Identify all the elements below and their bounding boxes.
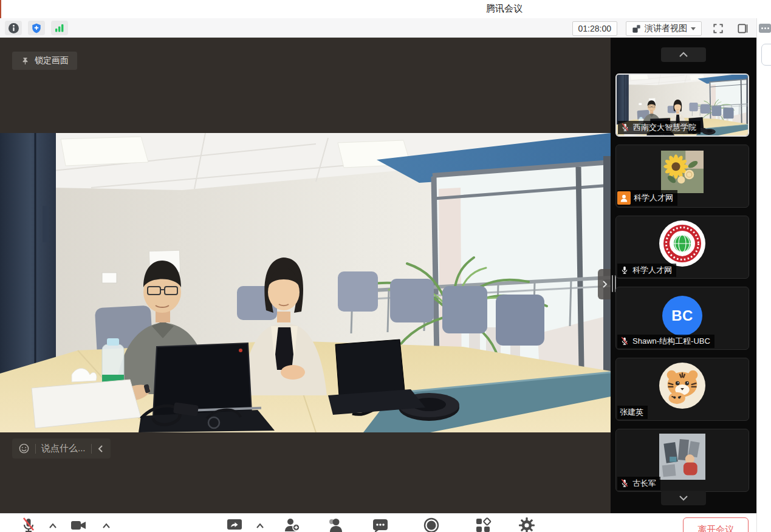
photo-avatar xyxy=(658,434,707,480)
speaker-video[interactable] xyxy=(0,133,611,432)
right-edge-panel xyxy=(756,18,771,532)
seal-logo-avatar xyxy=(658,219,707,268)
participant-name: Shawn-结构工程-UBC xyxy=(632,336,710,347)
fullscreen-button[interactable] xyxy=(710,21,726,36)
bottom-toolbar: 离开会议 xyxy=(0,513,756,532)
mic-muted-icon xyxy=(620,479,629,488)
participant-tile[interactable]: BC xyxy=(615,287,749,350)
participants-button-icon[interactable] xyxy=(326,517,343,532)
participant-label: 古长军 xyxy=(617,477,660,490)
participant-name: 科学人才网 xyxy=(634,193,673,203)
quick-chat-bar[interactable]: 说点什么... xyxy=(12,438,111,459)
sunflower-avatar xyxy=(657,151,708,193)
security-shield-icon xyxy=(31,22,42,34)
participant-label: 张建英 xyxy=(617,406,648,419)
initials-avatar: BC xyxy=(662,296,702,336)
pin-view-label: 锁定画面 xyxy=(35,55,69,66)
main-stage: 锁定画面 说点什么... xyxy=(0,38,611,513)
chevron-down-icon xyxy=(691,27,696,30)
mic-options-chevron[interactable] xyxy=(49,522,57,530)
share-options-chevron[interactable] xyxy=(256,522,264,530)
window-title: 腾讯会议 xyxy=(486,3,523,15)
participant-tile[interactable]: 西南交大智慧学院 xyxy=(615,73,749,137)
participant-label: 科学人才网 xyxy=(617,190,677,206)
view-mode-dropdown[interactable]: 演讲者视图 xyxy=(626,21,702,36)
network-quality-button[interactable] xyxy=(51,21,68,35)
participant-name: 科学人才网 xyxy=(632,265,672,276)
side-panel-toggle-button[interactable] xyxy=(735,21,750,36)
meeting-timer: 01:28:00 xyxy=(572,21,618,36)
more-bubble-icon[interactable] xyxy=(759,24,771,33)
participant-name: 古长军 xyxy=(632,478,656,489)
share-screen-button-icon[interactable] xyxy=(226,517,243,532)
security-button[interactable] xyxy=(28,21,45,35)
divider xyxy=(35,444,36,454)
top-toolbar: 01:28:00 演讲者视图 xyxy=(0,18,756,38)
avatar-initials-text: BC xyxy=(671,307,693,324)
camera-options-chevron[interactable] xyxy=(102,522,111,530)
pin-view-button[interactable]: 锁定画面 xyxy=(12,52,77,70)
participant-tile[interactable]: 古长军 xyxy=(615,429,749,492)
participants-sidebar: 西南交大智慧学院 xyxy=(611,38,756,513)
divider xyxy=(91,444,92,454)
speaker-view-icon xyxy=(632,24,641,33)
emoji-icon[interactable] xyxy=(18,443,30,454)
info-icon xyxy=(8,22,19,34)
participant-label: 科学人才网 xyxy=(617,264,676,277)
chat-input-placeholder[interactable]: 说点什么... xyxy=(41,443,86,454)
apps-button-icon[interactable] xyxy=(475,517,492,532)
view-mode-label: 演讲者视图 xyxy=(645,23,687,34)
phone-user-badge-icon xyxy=(617,191,631,205)
scroll-down-button[interactable] xyxy=(661,491,706,505)
leave-meeting-button[interactable]: 离开会议 xyxy=(683,517,749,532)
settings-button-icon[interactable] xyxy=(518,517,535,532)
meeting-window: 腾讯会议 xyxy=(0,0,771,532)
participant-tile[interactable]: 科学人才网 xyxy=(615,216,749,279)
scroll-up-button[interactable] xyxy=(661,47,706,62)
participant-name: 西南交大智慧学院 xyxy=(633,122,696,133)
chevron-up-icon xyxy=(679,52,688,58)
fullscreen-icon xyxy=(712,22,724,35)
chevron-down-icon xyxy=(679,495,688,501)
participant-label: Shawn-结构工程-UBC xyxy=(617,335,714,348)
sidebar-expand-handle[interactable] xyxy=(598,269,611,299)
collapsed-panel-outline xyxy=(761,44,771,66)
collapse-chat-icon[interactable] xyxy=(97,445,105,453)
participant-tile[interactable]: 张建英 xyxy=(615,358,749,421)
participant-tile[interactable]: 科学人才网 xyxy=(615,145,749,208)
meeting-info-button[interactable] xyxy=(5,21,22,35)
record-button-icon[interactable] xyxy=(423,517,440,532)
camera-button-icon[interactable] xyxy=(70,517,87,532)
add-user-button-icon[interactable] xyxy=(283,517,300,532)
pin-icon xyxy=(21,56,30,66)
mic-muted-icon xyxy=(620,123,630,132)
chat-button-icon[interactable] xyxy=(372,517,389,532)
side-panel-icon xyxy=(736,22,749,35)
participant-name: 张建英 xyxy=(620,407,643,418)
participant-list: 西南交大智慧学院 xyxy=(615,73,752,492)
network-signal-icon xyxy=(54,23,65,33)
title-bar: 腾讯会议 xyxy=(0,0,771,18)
participant-label: 西南交大智慧学院 xyxy=(618,121,701,134)
window-edge-accent xyxy=(0,0,1,18)
mic-muted-icon xyxy=(620,336,629,346)
chevron-right-icon xyxy=(601,280,608,288)
tiger-avatar xyxy=(659,362,706,409)
mic-muted-button-icon[interactable] xyxy=(20,517,37,532)
mic-on-icon xyxy=(620,265,629,275)
